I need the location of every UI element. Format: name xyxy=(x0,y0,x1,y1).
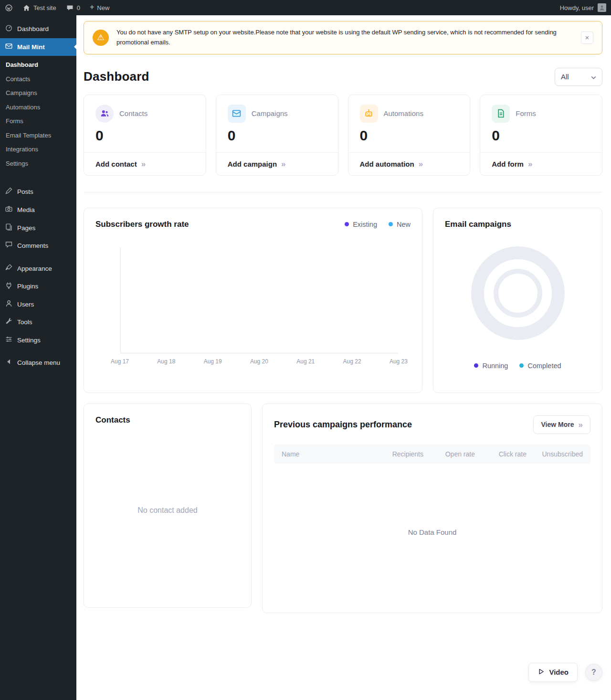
stat-label: Automations xyxy=(384,109,423,117)
column-header-name: Name xyxy=(282,450,367,458)
stat-card-contacts: Contacts 0 Add contact » xyxy=(84,95,206,176)
submenu-item-email-templates[interactable]: Email Templates xyxy=(0,128,76,143)
donut-inner-ring xyxy=(494,269,542,318)
menu-separator xyxy=(0,255,76,260)
sidebar-item-label: Mail Mint xyxy=(17,43,45,52)
sidebar-item-comments[interactable]: Comments xyxy=(0,237,76,255)
legend-label: Existing xyxy=(353,221,377,228)
add-contact-button[interactable]: Add contact » xyxy=(84,152,206,175)
legend-label: Completed xyxy=(527,362,561,370)
camera-icon xyxy=(5,205,13,215)
double-chevron-icon: » xyxy=(528,160,532,168)
pages-icon xyxy=(5,223,13,233)
add-automation-button[interactable]: Add automation » xyxy=(348,152,470,175)
stat-action-label: Add campaign xyxy=(228,160,277,168)
sidebar-item-plugins[interactable]: Plugins xyxy=(0,277,76,296)
user-icon xyxy=(5,299,13,310)
account-menu[interactable]: Howdy, user xyxy=(555,0,611,15)
email-campaigns-card: Email campaigns Running Completed xyxy=(433,208,602,393)
submenu-item-automations[interactable]: Automations xyxy=(0,100,76,115)
sliders-icon xyxy=(5,335,13,346)
x-tick-label: Aug 19 xyxy=(204,358,222,365)
menu-separator xyxy=(0,178,76,183)
submenu-item-dashboard[interactable]: Dashboard xyxy=(0,58,76,72)
sidebar-item-collapse-menu[interactable]: Collapse menu xyxy=(0,354,76,372)
stats-row: Contacts 0 Add contact » Campaigns 0 xyxy=(84,95,602,176)
sidebar-item-pages[interactable]: Pages xyxy=(0,219,76,237)
stat-value: 0 xyxy=(228,127,327,144)
campaigns-table-header: Name Recipients Open rate Click rate Uns… xyxy=(274,445,590,464)
existing-dot-icon xyxy=(345,222,349,226)
sidebar-item-users[interactable]: Users xyxy=(0,296,76,314)
wrench-icon xyxy=(5,317,13,328)
sidebar-item-mail-mint[interactable]: Mail Mint xyxy=(0,38,76,56)
email-campaigns-title: Email campaigns xyxy=(445,220,511,229)
wordpress-logo-icon[interactable] xyxy=(0,0,18,15)
sidebar-item-tools[interactable]: Tools xyxy=(0,313,76,331)
sidebar-item-label: Plugins xyxy=(17,282,38,291)
sidebar-item-label: Collapse menu xyxy=(17,359,60,367)
sidebar-item-label: Media xyxy=(17,206,35,214)
comments-indicator[interactable]: 0 xyxy=(61,0,85,15)
no-data-text: No Data Found xyxy=(274,464,590,601)
legend-item-running: Running xyxy=(474,362,508,370)
double-chevron-icon: » xyxy=(579,421,582,429)
double-chevron-icon: » xyxy=(141,160,145,168)
add-form-button[interactable]: Add form » xyxy=(480,152,602,175)
sidebar-item-label: Appearance xyxy=(17,265,52,273)
submenu-item-settings[interactable]: Settings xyxy=(0,157,76,171)
stat-card-forms: Forms 0 Add form » xyxy=(480,95,602,176)
sidebar-item-settings[interactable]: Settings xyxy=(0,331,76,350)
column-header-click-rate: Click rate xyxy=(475,450,527,458)
double-chevron-icon: » xyxy=(281,160,285,168)
submenu-item-contacts[interactable]: Contacts xyxy=(0,72,76,86)
submenu-item-campaigns[interactable]: Campaigns xyxy=(0,86,76,100)
close-icon[interactable]: × xyxy=(581,32,593,44)
stat-action-label: Add form xyxy=(492,160,524,168)
sidebar-item-dashboard[interactable]: Dashboard xyxy=(0,20,76,38)
chevron-down-icon xyxy=(591,73,596,81)
pencil-icon xyxy=(5,187,13,197)
submenu-item-forms[interactable]: Forms xyxy=(0,114,76,128)
site-home-link[interactable]: Test site xyxy=(18,0,61,15)
stat-value: 0 xyxy=(492,127,590,144)
column-header-recipients: Recipients xyxy=(367,450,423,458)
footer-actions: Video ? xyxy=(84,663,602,682)
comment-bubble-icon xyxy=(66,4,74,12)
admin-sidebar: Dashboard Mail Mint Dashboard Contacts C… xyxy=(0,15,76,700)
forms-icon xyxy=(492,105,510,123)
main-content: ⚠ You do not have any SMTP setup on your… xyxy=(76,0,611,695)
view-more-label: View More xyxy=(541,421,574,428)
plus-icon: + xyxy=(90,3,94,11)
subscribers-growth-card: Subscribers growth rate Existing New Aug… xyxy=(84,208,422,393)
submenu-item-integrations[interactable]: Integrations xyxy=(0,142,76,157)
filter-select[interactable]: All xyxy=(555,68,602,86)
video-button[interactable]: Video xyxy=(528,663,578,682)
x-tick-label: Aug 20 xyxy=(250,358,268,365)
video-button-label: Video xyxy=(549,668,569,676)
view-more-button[interactable]: View More » xyxy=(533,415,590,434)
charts-row: Subscribers growth rate Existing New Aug… xyxy=(84,208,602,393)
sidebar-item-media[interactable]: Media xyxy=(0,201,76,219)
stat-card-body: Contacts 0 xyxy=(84,95,206,152)
comments-count: 0 xyxy=(77,4,80,11)
growth-chart-legend: Existing New xyxy=(345,221,411,228)
growth-chart-plot-area xyxy=(120,247,398,353)
sidebar-item-label: Settings xyxy=(17,336,41,345)
stat-label: Contacts xyxy=(119,109,147,117)
sidebar-item-posts[interactable]: Posts xyxy=(0,183,76,201)
campaigns-icon xyxy=(228,105,246,123)
previous-campaigns-panel: Previous campaigns performance View More… xyxy=(262,403,602,613)
new-content-button[interactable]: + New xyxy=(85,0,114,15)
mail-mint-submenu: Dashboard Contacts Campaigns Automations… xyxy=(0,56,76,178)
admin-bar-left: Test site 0 + New xyxy=(0,0,114,15)
column-header-unsubscribed: Unsubscribed xyxy=(527,450,583,458)
previous-campaigns-title: Previous campaigns performance xyxy=(274,420,412,430)
sidebar-item-appearance[interactable]: Appearance xyxy=(0,260,76,278)
collapse-arrow-icon xyxy=(5,358,13,368)
help-button[interactable]: ? xyxy=(585,664,602,681)
plug-icon xyxy=(5,281,13,292)
page-header: Dashboard All xyxy=(84,68,602,86)
add-campaign-button[interactable]: Add campaign » xyxy=(216,152,338,175)
section-divider xyxy=(84,192,602,192)
